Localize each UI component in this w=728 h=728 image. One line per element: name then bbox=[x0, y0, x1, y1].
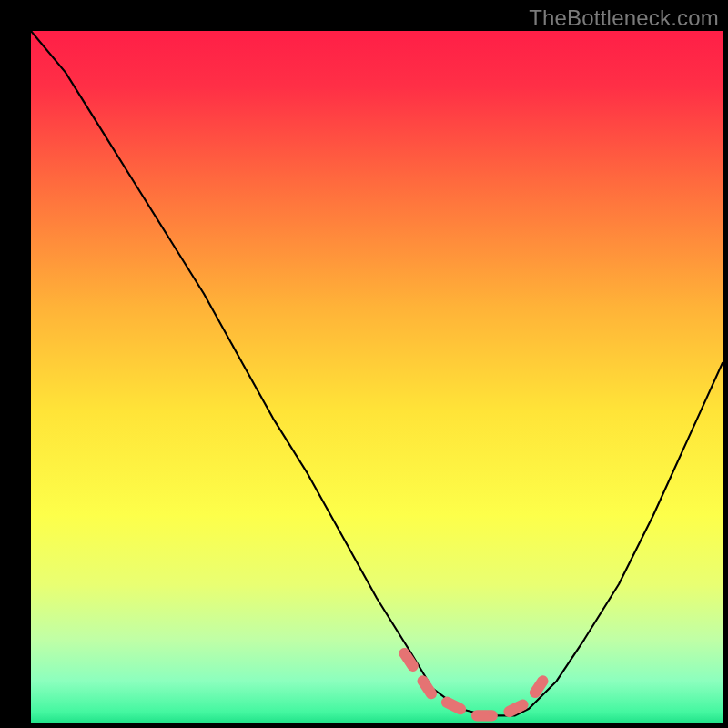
bottleneck-curve bbox=[31, 31, 723, 723]
chart-frame: TheBottleneck.com bbox=[0, 0, 728, 728]
watermark-text: TheBottleneck.com bbox=[529, 5, 719, 31]
plot-area bbox=[31, 31, 723, 723]
